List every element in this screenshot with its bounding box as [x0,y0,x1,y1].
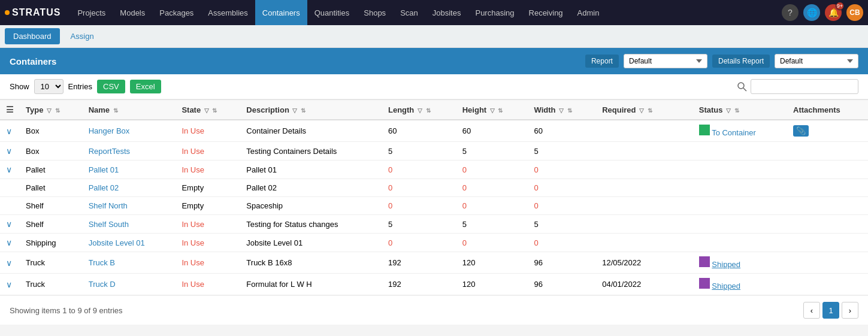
help-button[interactable]: ? [782,4,799,21]
cell-width: 96 [528,252,597,274]
notifications-button[interactable]: 🔔 9+ [825,4,842,21]
nav-assemblies[interactable]: Assemblies [201,0,255,25]
cell-description: Truck B 16x8 [240,252,382,274]
nav-jobsites[interactable]: Jobsites [425,0,468,25]
details-report-label: Details Report [712,55,770,68]
cell-length: 0 [382,161,456,179]
svg-point-0 [738,83,744,89]
cell-name-link[interactable]: Truck D [89,280,116,289]
next-page-button[interactable]: › [842,302,858,319]
row-expand-button[interactable]: ∨ [6,146,12,156]
type-sort-icon[interactable]: ⇅ [55,107,60,114]
tab-dashboard[interactable]: Dashboard [5,28,60,44]
nav-containers[interactable]: Containers [255,0,307,25]
cell-height: 60 [456,120,528,142]
height-filter-icon[interactable]: ▽ [490,107,495,114]
excel-button[interactable]: Excel [130,80,161,93]
shipped-link[interactable]: Shipped [712,260,740,269]
cell-name-link[interactable]: Pallet 01 [89,165,119,174]
row-expand-button[interactable]: ∨ [6,258,12,268]
cell-name-link[interactable]: Shelf North [89,201,128,210]
col-header-name: Name ⇅ [83,100,176,120]
row-expand-button[interactable]: ∨ [6,126,12,136]
length-sort-icon[interactable]: ⇅ [426,107,431,114]
col-header-height: Height ▽ ⇅ [456,100,528,120]
cell-length: 192 [382,274,456,295]
nav-purchasing[interactable]: Purchasing [468,0,521,25]
report-select[interactable]: Default [624,54,707,68]
attachment-icon[interactable]: 📎 [793,125,809,137]
state-sort-icon[interactable]: ⇅ [212,107,217,114]
pagination: ‹ 1 › [803,302,858,319]
nav-receiving[interactable]: Receiving [522,0,570,25]
tab-assign[interactable]: Assign [62,28,102,44]
app-logo[interactable]: STRATUS [5,7,61,18]
nav-scan[interactable]: Scan [393,0,425,25]
details-report-select[interactable]: Default [775,54,858,68]
cell-required [596,161,681,179]
nav-projects[interactable]: Projects [70,0,113,25]
row-expand-button[interactable]: ∨ [6,238,12,247]
required-sort-icon[interactable]: ⇅ [648,107,652,114]
desc-filter-icon[interactable]: ▽ [292,107,297,114]
desc-sort-icon[interactable]: ⇅ [301,107,306,114]
nav-quantities[interactable]: Quantities [307,0,357,25]
status-link[interactable]: To Container [712,128,756,137]
cell-height: 120 [456,274,528,295]
row-expand-button[interactable]: ∨ [6,219,12,229]
height-sort-icon[interactable]: ⇅ [498,107,503,114]
status-purple-indicator [699,278,710,289]
nav-admin[interactable]: Admin [570,0,607,25]
page-1-button[interactable]: 1 [822,302,839,319]
col-header-state: State ▽ ⇅ [176,100,240,120]
containers-table: ☰ Type ▽ ⇅ Name ⇅ State ▽ ⇅ Description … [0,99,868,295]
cell-width: 0 [528,197,597,215]
search-input[interactable] [751,79,858,94]
col-header-length: Length ▽ ⇅ [382,100,456,120]
user-avatar[interactable]: CB [846,4,863,21]
cell-description: Jobsite Level 01 [240,234,382,252]
nav-models[interactable]: Models [113,0,152,25]
search-icon [737,82,747,92]
shipped-link[interactable]: Shipped [712,281,740,290]
cell-attachments [787,142,868,161]
col-header-required: Required ▽ ⇅ [596,100,681,120]
length-filter-icon[interactable]: ▽ [418,107,422,114]
cell-height: 0 [456,234,528,252]
cell-height: 120 [456,252,528,274]
status-filter-icon[interactable]: ▽ [726,107,731,114]
entries-select[interactable]: 10 [34,79,63,94]
cell-name-link[interactable]: Truck B [89,258,115,267]
row-expand-button[interactable]: ∨ [6,280,12,289]
cell-name-link[interactable]: Hanger Box [89,126,130,135]
type-filter-icon[interactable]: ▽ [47,107,52,114]
logo-text: STRATUS [12,7,61,18]
cell-attachments [787,161,868,179]
cell-height: 5 [456,142,528,161]
state-filter-icon[interactable]: ▽ [204,107,209,114]
prev-page-button[interactable]: ‹ [803,302,820,319]
cell-length: 0 [382,179,456,197]
footer-info: Showing items 1 to 9 of 9 entries [10,306,123,315]
row-expand-button[interactable]: ∨ [6,165,12,174]
globe-button[interactable]: 🌐 [803,4,820,21]
table-row: ∨PalletPallet 01In UsePallet 01000 [0,161,868,179]
cell-length: 0 [382,197,456,215]
column-list-icon[interactable]: ☰ [6,105,14,114]
required-filter-icon[interactable]: ▽ [639,107,644,114]
nav-packages[interactable]: Packages [152,0,201,25]
cell-name-link[interactable]: ReportTests [89,147,130,156]
cell-description: Pallet 02 [240,179,382,197]
nav-shops[interactable]: Shops [356,0,393,25]
cell-name-link[interactable]: Jobsite Level 01 [89,238,145,247]
col-header-attachments: Attachments [787,100,868,120]
cell-attachments [787,234,868,252]
cell-name-link[interactable]: Shelf South [89,220,129,229]
report-controls: Report Default Details Report Default [585,54,858,68]
name-sort-icon[interactable]: ⇅ [113,107,118,114]
width-sort-icon[interactable]: ⇅ [567,107,572,114]
cell-name-link[interactable]: Pallet 02 [89,183,119,192]
status-sort-icon[interactable]: ⇅ [734,107,739,114]
width-filter-icon[interactable]: ▽ [559,107,564,114]
csv-button[interactable]: CSV [97,80,125,93]
